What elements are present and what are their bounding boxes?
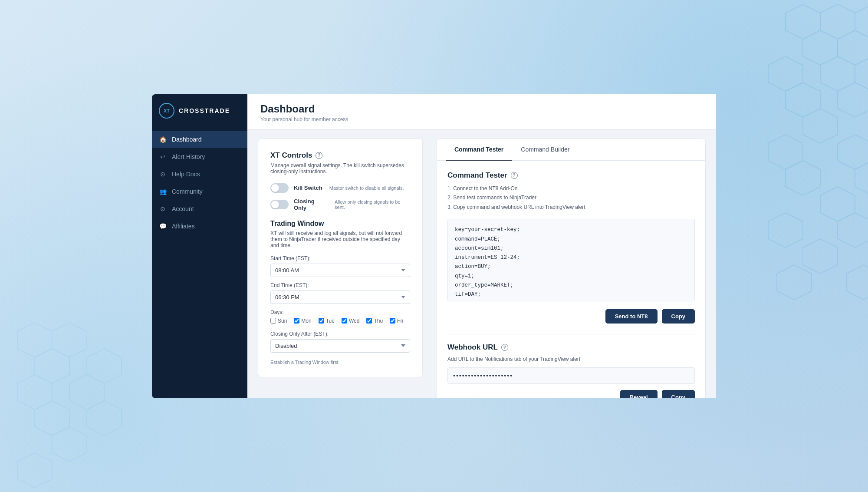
svg-marker-28	[69, 375, 104, 409]
step-2: 2. Send test commands to NinjaTrader	[447, 193, 695, 203]
closing-only-toggle[interactable]	[270, 200, 289, 209]
tab-command-tester[interactable]: Command Tester	[446, 139, 512, 161]
svg-marker-8	[786, 83, 820, 117]
svg-marker-30	[87, 401, 122, 436]
main-content: Dashboard Your personal hub for member a…	[247, 94, 716, 398]
reveal-button[interactable]: Reveal	[620, 390, 658, 398]
sidebar-item-label: Dashboard	[172, 136, 202, 143]
svg-marker-10	[803, 109, 838, 143]
closing-after-info: Establish a Trading Window first.	[270, 360, 410, 365]
svg-marker-29	[35, 401, 69, 436]
sidebar: XT CROSSTRADE 🏠 Dashboard ↩ Alert Histor…	[152, 94, 247, 398]
day-thu[interactable]: Thu	[366, 318, 383, 324]
closing-after-select[interactable]: Disabled04:00 PM05:00 PM06:00 PM	[270, 339, 410, 353]
sidebar-item-label: Help Docs	[172, 171, 200, 178]
affiliates-icon: 💬	[159, 222, 167, 230]
sidebar-item-account[interactable]: ⊙ Account	[152, 200, 247, 218]
tab-command-builder[interactable]: Command Builder	[512, 139, 578, 161]
xt-controls-help-icon[interactable]: ?	[316, 152, 322, 159]
svg-marker-27	[17, 375, 52, 409]
svg-marker-24	[52, 323, 87, 357]
sidebar-item-help-docs[interactable]: ⊙ Help Docs	[152, 165, 247, 183]
right-panel: Command Tester Command Builder Command T…	[437, 139, 706, 398]
webhook-desc: Add URL to the Notifications tab of your…	[447, 356, 695, 362]
step-3: 3. Copy command and webhook URL into Tra…	[447, 203, 695, 212]
days-label: Days:	[270, 309, 410, 315]
sidebar-item-label: Affiliates	[172, 223, 195, 230]
svg-marker-17	[768, 213, 803, 248]
svg-marker-9	[838, 83, 868, 117]
svg-marker-3	[803, 30, 838, 65]
home-icon: 🏠	[159, 135, 167, 143]
closing-after-label: Closing Only After (EST):	[270, 331, 410, 337]
steps-list: 1. Connect to the NT8 Add-On 2. Send tes…	[447, 184, 695, 212]
svg-marker-32	[17, 453, 52, 488]
day-fri[interactable]: Fri	[390, 318, 403, 324]
sidebar-item-community[interactable]: 👥 Community	[152, 183, 247, 200]
end-time-label: End Time (EST):	[270, 282, 410, 288]
tab-content-command-tester: Command Tester ? 1. Connect to the NT8 A…	[437, 161, 705, 398]
command-tester-heading: Command Tester ?	[447, 171, 695, 180]
svg-marker-15	[855, 161, 868, 195]
svg-marker-21	[777, 265, 812, 300]
trading-window-desc: XT will still receive and log all signal…	[270, 230, 410, 248]
account-icon: ⊙	[159, 205, 167, 213]
svg-marker-1	[820, 4, 855, 39]
day-mon[interactable]: Mon	[294, 318, 311, 324]
svg-marker-18	[838, 213, 868, 248]
send-to-nt8-button[interactable]: Send to NT8	[605, 309, 658, 324]
day-sun[interactable]: Sun	[270, 318, 287, 324]
webhook-help-icon[interactable]: ?	[501, 344, 508, 351]
sidebar-item-dashboard[interactable]: 🏠 Dashboard	[152, 131, 247, 148]
logo-text: CROSSTRADE	[179, 107, 230, 114]
xt-controls-card: XT Controls ? Manage overall signal sett…	[258, 139, 423, 377]
divider	[447, 334, 695, 334]
svg-marker-26	[87, 349, 122, 383]
sidebar-logo: XT CROSSTRADE	[152, 94, 247, 127]
end-time-select[interactable]: 06:00 PM06:30 PM07:00 PM07:30 PM	[270, 291, 410, 304]
svg-marker-31	[52, 427, 87, 462]
kill-switch-sublabel: Master switch to disable all signals.	[329, 185, 404, 191]
svg-marker-6	[820, 56, 855, 91]
main-header: Dashboard Your personal hub for member a…	[247, 94, 716, 130]
start-time-select[interactable]: 08:00 AM08:30 AM09:00 AM09:30 AM	[270, 264, 410, 277]
svg-marker-4	[838, 30, 868, 65]
webhook-url-input[interactable]	[447, 367, 695, 384]
kill-switch-row: Kill Switch Master switch to disable all…	[270, 183, 410, 193]
sidebar-item-affiliates[interactable]: 💬 Affiliates	[152, 218, 247, 235]
copy-webhook-button[interactable]: Copy	[662, 390, 695, 398]
main-body: XT Controls ? Manage overall signal sett…	[247, 130, 716, 398]
alert-history-icon: ↩	[159, 153, 167, 161]
sidebar-item-label: Account	[172, 205, 194, 212]
page-subtitle: Your personal hub for member access	[260, 116, 703, 122]
closing-only-label: Closing Only	[294, 198, 328, 211]
days-row: Sun Mon Tue Wed	[270, 318, 410, 324]
sidebar-item-label: Alert History	[172, 153, 205, 160]
step-1: 1. Connect to the NT8 Add-On	[447, 184, 695, 194]
kill-switch-toggle[interactable]	[270, 183, 289, 193]
svg-marker-5	[768, 56, 803, 91]
svg-marker-19	[803, 239, 838, 274]
page-title: Dashboard	[260, 103, 703, 115]
svg-marker-0	[786, 4, 820, 39]
trading-window-title: Trading Window	[270, 220, 410, 228]
copy-command-button[interactable]: Copy	[662, 309, 695, 324]
sidebar-item-label: Community	[172, 188, 203, 195]
svg-marker-23	[17, 323, 52, 357]
day-tue[interactable]: Tue	[319, 318, 335, 324]
sidebar-item-alert-history[interactable]: ↩ Alert History	[152, 148, 247, 165]
logo-icon: XT	[159, 103, 174, 119]
webhook-btn-row: Reveal Copy	[447, 390, 695, 398]
command-tester-btn-row: Send to NT8 Copy	[447, 309, 695, 324]
svg-marker-12	[768, 135, 803, 169]
sidebar-nav: 🏠 Dashboard ↩ Alert History ⊙ Help Docs …	[152, 127, 247, 398]
svg-marker-22	[846, 265, 868, 300]
svg-marker-2	[855, 4, 868, 39]
community-icon: 👥	[159, 188, 167, 195]
day-wed[interactable]: Wed	[342, 318, 359, 324]
closing-only-row: Closing Only Allow only closing signals …	[270, 198, 410, 211]
svg-marker-16	[820, 187, 855, 221]
closing-only-sublabel: Allow only closing signals to be sent.	[335, 199, 410, 210]
command-tester-help-icon[interactable]: ?	[511, 172, 518, 179]
command-editor[interactable]: key=your-secret-key; command=PLACE; acco…	[447, 219, 695, 301]
